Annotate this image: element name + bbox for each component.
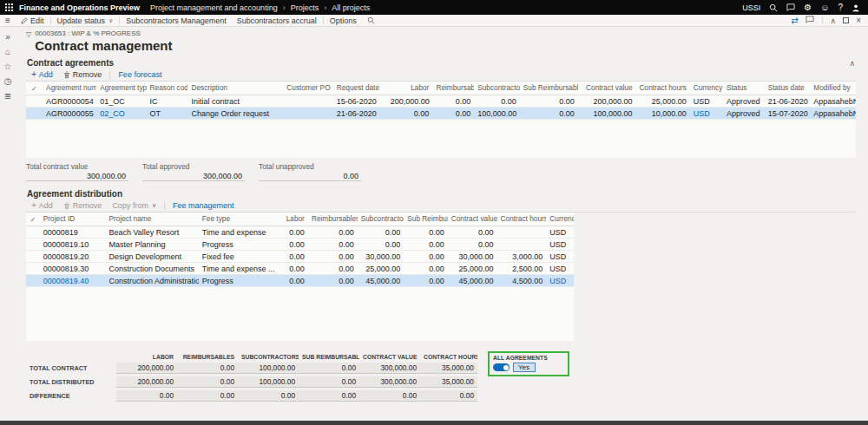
grid-cell: 00000819 (40, 226, 106, 239)
breadcrumb-item[interactable]: Projects (291, 3, 319, 12)
grid-cell: Progress (199, 275, 275, 287)
cell-link[interactable]: USD (546, 275, 574, 287)
open-in-new-window-icon[interactable] (843, 17, 849, 23)
cell-link[interactable]: USD (690, 108, 723, 120)
close-icon[interactable]: × (856, 16, 861, 25)
app-name[interactable]: Finance and Operations Preview (19, 3, 140, 12)
toolbar-divider (119, 16, 120, 24)
table-row[interactable]: 00000819Beach Valley ResortTime and expe… (26, 226, 574, 239)
column-header[interactable]: Currency (690, 82, 723, 95)
add-button[interactable]: + Add (26, 70, 58, 79)
column-header[interactable]: Labor (275, 212, 308, 226)
column-header[interactable]: Reimbursables (432, 82, 474, 95)
table-row[interactable]: 00000819.10Master PlanningProgress0.000.… (26, 239, 574, 251)
grid-cell: OT (147, 108, 188, 120)
grid-cell: 0.00 (359, 390, 420, 402)
column-header[interactable]: Request date (333, 82, 387, 95)
modules-list-icon[interactable]: ≣ (4, 92, 11, 101)
settings-gear-icon[interactable]: ⚙ (804, 3, 812, 12)
table-row[interactable]: AGR000005502_COOTChange Order request21-… (26, 108, 856, 120)
column-header[interactable]: Contract value (448, 212, 497, 226)
nav-menu-icon[interactable]: ≡ (0, 16, 16, 25)
grid-cell: 30,000.00 (448, 251, 497, 263)
column-header[interactable]: Project name (105, 212, 198, 226)
row-checkbox[interactable] (26, 239, 40, 251)
cell-link[interactable]: 02_CO (96, 108, 146, 120)
column-header[interactable]: Contract value (578, 82, 636, 95)
favorites-star-icon[interactable]: ☆ (4, 62, 12, 71)
search-icon[interactable] (769, 3, 778, 12)
table-row[interactable]: 00000819.30Construction DocumentsTime an… (26, 263, 574, 275)
copy-from-button[interactable]: Copy from ∨ (107, 201, 161, 210)
sync-icon[interactable]: ⇄ (791, 16, 798, 25)
feedback-smiley-icon[interactable]: ☺ (820, 3, 829, 12)
fee-management-button[interactable]: Fee management (168, 201, 240, 210)
column-header[interactable]: Subcontractors (474, 82, 520, 95)
row-checkbox[interactable] (26, 108, 43, 120)
column-header[interactable]: Reason code (147, 82, 188, 95)
column-header[interactable]: Sub Reimbursables (520, 82, 578, 95)
account-person-icon[interactable] (852, 3, 860, 12)
column-header[interactable]: Sub Reimbur... (404, 212, 447, 226)
column-header[interactable]: Subcontractors (358, 212, 404, 226)
remove-button[interactable]: Remove (58, 201, 108, 210)
fee-forecast-button[interactable]: Fee forecast (113, 70, 167, 79)
company-picker[interactable]: USSI (742, 3, 760, 12)
field-label: Total unapproved (259, 162, 361, 171)
table-row[interactable]: AGR000005401_OCICInitial contract15-06-2… (26, 95, 856, 108)
column-header[interactable]: ✓ (26, 212, 40, 226)
grid-cell: USD (546, 226, 574, 239)
column-header[interactable]: Fee type (199, 212, 275, 226)
app-launcher-icon[interactable] (0, 0, 17, 15)
filter-funnel-icon[interactable]: ▽ (26, 30, 31, 38)
home-icon[interactable]: ⌂ (5, 48, 10, 56)
field-value: 300,000.00 (26, 171, 128, 181)
add-button[interactable]: + Add (26, 201, 58, 210)
cell-link[interactable]: 00000819.40 (40, 275, 106, 287)
contract-summary-section: LABORREIMBURSABLESSUBCONTRACTORSSUB REIM… (26, 351, 856, 404)
edit-button[interactable]: Edit (16, 16, 49, 25)
column-header[interactable]: Agreement number ↑ (43, 82, 96, 95)
remove-button[interactable]: Remove (58, 70, 108, 79)
breadcrumb-item[interactable]: All projects (332, 3, 370, 12)
collapse-section-icon[interactable]: ∧ (849, 59, 855, 68)
column-header[interactable]: Agreement type (96, 82, 146, 95)
column-header[interactable]: Contract hours (636, 82, 690, 95)
column-header[interactable]: Status date (765, 82, 811, 95)
feedback-chat-icon[interactable] (806, 16, 814, 25)
row-checkbox[interactable] (26, 95, 43, 108)
subcontractors-accrual-button[interactable]: Subcontractors accrual (232, 16, 322, 25)
row-checkbox[interactable] (26, 263, 40, 275)
column-header[interactable]: Description (187, 82, 283, 95)
action-search-icon[interactable] (362, 16, 380, 24)
column-header[interactable]: Reimbursables (308, 212, 358, 226)
column-header[interactable]: Project ID (40, 212, 106, 226)
all-agreements-toggle[interactable] (493, 363, 510, 371)
expand-nav-icon[interactable]: » (5, 33, 10, 42)
recent-clock-icon[interactable]: ◷ (4, 77, 12, 86)
agreement-totals: Total contract value 300,000.00 Total ap… (26, 158, 856, 187)
column-header[interactable]: Customer PO (283, 82, 332, 95)
options-button[interactable]: Options (325, 16, 362, 25)
row-checkbox[interactable] (26, 275, 40, 287)
messages-icon[interactable] (786, 3, 795, 11)
column-header[interactable]: ✓ (26, 82, 43, 95)
contract-agreements-section: Contract agreements ∧ + Add Remove Fee f… (26, 56, 856, 187)
column-header[interactable]: Labor (387, 82, 433, 95)
subcontractors-management-button[interactable]: Subcontractors Management (121, 16, 232, 25)
update-status-button[interactable]: Update status ∨ (52, 16, 119, 25)
row-checkbox[interactable] (26, 226, 40, 239)
row-checkbox[interactable] (26, 251, 40, 263)
column-header[interactable]: Currency (546, 212, 574, 226)
table-row[interactable]: 00000819.40Construction AdministrationPr… (26, 275, 574, 287)
breadcrumb-item[interactable]: Project management and accounting (150, 3, 278, 12)
column-header[interactable]: Contract hours (497, 212, 547, 226)
help-icon[interactable]: ? (838, 3, 843, 12)
table-row[interactable]: 00000819.20Design DevelopmentFixed fee0.… (26, 251, 574, 263)
all-agreements-value-field[interactable]: Yes (513, 363, 536, 372)
column-header[interactable]: Modified by (810, 82, 856, 95)
column-header[interactable]: Status (723, 82, 765, 95)
collapse-pane-icon[interactable]: ∧ (831, 16, 837, 25)
column-header: CONTRACT HOURS (420, 354, 477, 360)
bottom-scrollbar-strip[interactable] (0, 421, 868, 425)
